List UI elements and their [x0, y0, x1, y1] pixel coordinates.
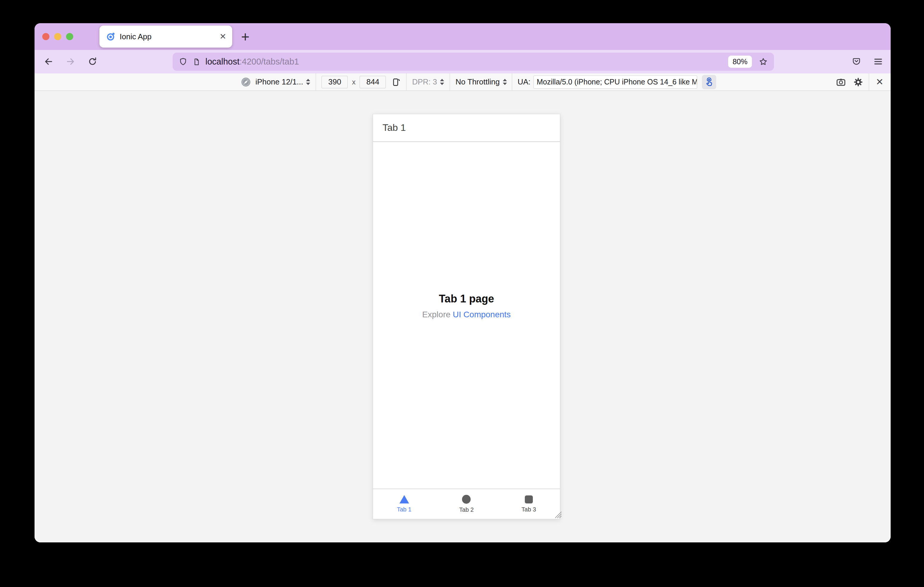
device-selector[interactable]: iPhone 12/1... — [256, 77, 303, 87]
touch-simulation-toggle[interactable] — [702, 75, 716, 89]
navigation-toolbar: localhost:4200/tabs/tab1 80% — [35, 50, 891, 74]
reload-button[interactable] — [86, 55, 99, 68]
star-icon — [759, 57, 768, 67]
subtitle-prefix: Explore — [422, 310, 453, 319]
pocket-button[interactable] — [850, 55, 863, 68]
url-host: localhost — [205, 57, 239, 66]
rdm-right-controls: ✕ — [836, 74, 891, 90]
url-path: :4200/tabs/tab1 — [239, 57, 299, 66]
app-header-title: Tab 1 — [383, 122, 406, 133]
bookmark-button[interactable] — [757, 55, 770, 68]
ua-label: UA: — [518, 77, 530, 87]
rotate-viewport-icon[interactable] — [391, 77, 401, 87]
pocket-icon — [851, 57, 861, 66]
rdm-toolbar: iPhone 12/1... 390 x 844 DPR: 3 No Throt… — [35, 74, 891, 91]
shield-icon[interactable] — [178, 58, 188, 66]
rdm-separator — [449, 74, 450, 90]
throttling-selector[interactable]: No Throttling — [455, 77, 500, 87]
app-tab-bar: Tab 1 Tab 2 Tab 3 — [373, 488, 560, 519]
app-content-container: Tab 1 page Explore UI Components — [373, 293, 560, 319]
dpr-stepper-icon[interactable] — [440, 79, 444, 85]
user-agent-input[interactable]: Mozilla/5.0 (iPhone; CPU iPhone OS 14_6 … — [533, 76, 697, 89]
rdm-separator — [315, 74, 316, 90]
tab-title: Ionic App — [120, 32, 215, 41]
app-header: Tab 1 — [373, 114, 560, 142]
arrow-right-icon — [66, 56, 76, 67]
ui-components-link[interactable]: UI Components — [453, 310, 511, 319]
browser-tab[interactable]: Ionic App ✕ — [99, 26, 232, 48]
tab-label: Tab 2 — [459, 506, 474, 513]
close-window-button[interactable] — [42, 33, 50, 40]
touch-hand-icon — [704, 77, 714, 87]
device-viewport: Tab 1 Tab 1 page Explore UI Components T… — [373, 114, 560, 519]
page-subtitle: Explore UI Components — [373, 310, 560, 319]
tab-button-tab2[interactable]: Tab 2 — [435, 489, 497, 519]
app-content: Tab 1 page Explore UI Components — [373, 143, 560, 488]
rdm-separator — [512, 74, 512, 90]
tab-close-icon[interactable]: ✕ — [219, 33, 226, 41]
square-icon — [525, 495, 533, 503]
minimize-window-button[interactable] — [54, 33, 61, 40]
browser-window: Ionic App ✕ + — [35, 23, 891, 543]
traffic-lights — [42, 33, 73, 40]
url-text: localhost:4200/tabs/tab1 — [205, 57, 299, 67]
rdm-settings-gear-icon[interactable] — [853, 77, 863, 87]
throttling-stepper-icon[interactable] — [503, 79, 507, 85]
ionic-favicon-icon — [106, 32, 116, 41]
titlebar: Ionic App ✕ + — [35, 23, 891, 50]
viewport-height-input[interactable]: 844 — [360, 76, 386, 88]
zoom-window-button[interactable] — [66, 33, 73, 40]
hamburger-menu-icon — [873, 57, 883, 66]
back-button[interactable] — [42, 55, 55, 68]
tab-label: Tab 3 — [521, 506, 536, 513]
dpr-label[interactable]: DPR: 3 — [412, 77, 437, 87]
arrow-left-icon — [43, 56, 54, 67]
page-info-icon[interactable] — [192, 58, 201, 66]
circle-icon — [462, 495, 470, 504]
tab-label: Tab 1 — [397, 506, 411, 513]
tab-button-tab1[interactable]: Tab 1 — [373, 489, 435, 519]
url-bar[interactable]: localhost:4200/tabs/tab1 80% — [173, 53, 774, 71]
screenshot-camera-icon[interactable] — [836, 77, 846, 87]
dimensions-times-label: x — [352, 78, 355, 86]
viewport-resize-handle-icon[interactable] — [554, 511, 562, 519]
rdm-close-icon[interactable]: ✕ — [876, 77, 883, 87]
tab-button-tab3[interactable]: Tab 3 — [498, 489, 560, 519]
reload-icon — [87, 56, 97, 67]
viewport-width-input[interactable]: 390 — [322, 76, 348, 88]
device-selector-stepper-icon[interactable] — [306, 79, 310, 85]
safari-compass-icon — [241, 77, 251, 87]
triangle-icon — [399, 495, 409, 503]
new-tab-button[interactable]: + — [236, 23, 254, 50]
app-menu-button[interactable] — [871, 55, 885, 68]
forward-button[interactable] — [64, 55, 78, 68]
desktop-background: Ionic App ✕ + — [0, 0, 924, 587]
rdm-separator — [406, 74, 407, 90]
page-zoom-badge[interactable]: 80% — [728, 56, 752, 68]
page-title: Tab 1 page — [373, 293, 560, 305]
rdm-canvas: Tab 1 Tab 1 page Explore UI Components T… — [35, 91, 891, 543]
rdm-separator — [869, 74, 869, 90]
